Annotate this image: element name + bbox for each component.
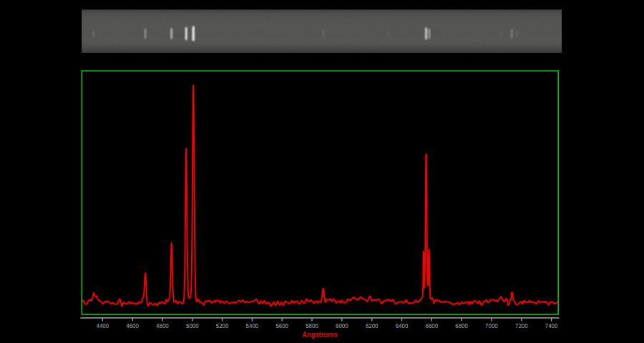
svg-text:6600: 6600 bbox=[426, 322, 439, 329]
svg-text:5800: 5800 bbox=[306, 322, 318, 329]
svg-text:7200: 7200 bbox=[515, 322, 528, 329]
svg-text:6400: 6400 bbox=[396, 322, 409, 329]
svg-text:Angstroms: Angstroms bbox=[302, 330, 337, 339]
svg-text:5000: 5000 bbox=[186, 322, 199, 329]
svg-text:5600: 5600 bbox=[275, 322, 288, 329]
svg-text:5200: 5200 bbox=[216, 322, 229, 329]
svg-text:6000: 6000 bbox=[336, 322, 348, 329]
svg-text:4400: 4400 bbox=[97, 322, 109, 329]
svg-text:6200: 6200 bbox=[366, 322, 379, 329]
svg-text:4800: 4800 bbox=[156, 322, 169, 329]
svg-text:7400: 7400 bbox=[545, 322, 558, 329]
svg-text:4600: 4600 bbox=[126, 322, 139, 329]
svg-text:7000: 7000 bbox=[485, 322, 498, 329]
svg-text:6800: 6800 bbox=[455, 322, 468, 329]
svg-text:5400: 5400 bbox=[246, 322, 259, 329]
